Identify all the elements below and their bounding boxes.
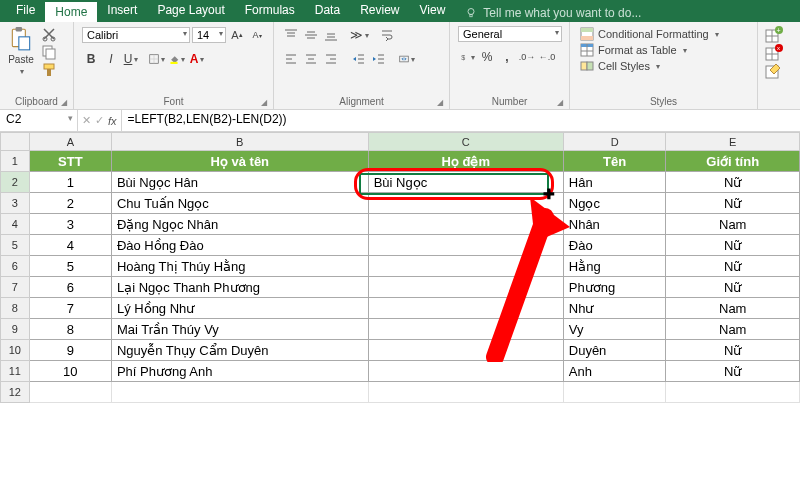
cell[interactable]: Phương xyxy=(563,277,666,298)
format-painter-icon[interactable] xyxy=(41,62,57,78)
cell[interactable]: Nữ xyxy=(666,340,800,361)
cell[interactable] xyxy=(368,340,563,361)
cell[interactable]: Họ và tên xyxy=(111,151,368,172)
cell[interactable] xyxy=(368,319,563,340)
cell[interactable] xyxy=(368,277,563,298)
cell[interactable]: Hân xyxy=(563,172,666,193)
accounting-format-button[interactable]: $▾ xyxy=(458,48,476,66)
cell[interactable] xyxy=(666,382,800,403)
cell[interactable]: Ngọc xyxy=(563,193,666,214)
cell[interactable]: Nữ xyxy=(666,193,800,214)
row-header-2[interactable]: 2 xyxy=(1,172,30,193)
cell[interactable]: Nam xyxy=(666,298,800,319)
cell[interactable]: Họ đệm xyxy=(368,151,563,172)
tab-insert[interactable]: Insert xyxy=(97,0,147,22)
cell[interactable]: Nữ xyxy=(666,277,800,298)
cell[interactable]: Nam xyxy=(666,319,800,340)
font-name-combo[interactable]: Calibri xyxy=(82,27,190,43)
col-header-b[interactable]: B xyxy=(111,133,368,151)
cell[interactable] xyxy=(111,382,368,403)
row-header-6[interactable]: 6 xyxy=(1,256,30,277)
cell[interactable] xyxy=(368,382,563,403)
font-size-combo[interactable]: 14 xyxy=(192,27,226,43)
row-header-10[interactable]: 10 xyxy=(1,340,30,361)
formula-input[interactable]: =LEFT(B2,LEN(B2)-LEN(D2)) xyxy=(122,110,800,131)
cell[interactable]: Nữ xyxy=(666,172,800,193)
cell[interactable]: Chu Tuấn Ngọc xyxy=(111,193,368,214)
align-center-icon[interactable] xyxy=(302,50,320,68)
select-all-corner[interactable] xyxy=(1,133,30,151)
enter-formula-icon[interactable]: ✓ xyxy=(95,114,104,127)
cell[interactable]: Đào xyxy=(563,235,666,256)
cell[interactable] xyxy=(368,361,563,382)
cell[interactable]: 4 xyxy=(29,235,111,256)
cell[interactable] xyxy=(368,214,563,235)
tab-review[interactable]: Review xyxy=(350,0,409,22)
font-color-button[interactable]: A▾ xyxy=(188,50,206,68)
fill-color-button[interactable]: ▾ xyxy=(168,50,186,68)
cell[interactable]: Nguyễn Thụy Cẩm Duyên xyxy=(111,340,368,361)
wrap-text-button[interactable] xyxy=(378,26,396,44)
increase-font-icon[interactable]: A▴ xyxy=(228,26,246,44)
align-bottom-icon[interactable] xyxy=(322,26,340,44)
cell[interactable]: Vy xyxy=(563,319,666,340)
cell[interactable]: Phí Phương Anh xyxy=(111,361,368,382)
cell[interactable]: Hằng xyxy=(563,256,666,277)
cell[interactable]: 10 xyxy=(29,361,111,382)
cell[interactable] xyxy=(29,382,111,403)
font-launcher[interactable]: ◢ xyxy=(261,98,267,107)
cell[interactable]: Nữ xyxy=(666,361,800,382)
cell[interactable] xyxy=(563,382,666,403)
fx-icon[interactable]: fx xyxy=(108,115,117,127)
cut-icon[interactable] xyxy=(41,26,57,42)
cell[interactable]: Đào Hồng Đào xyxy=(111,235,368,256)
percent-button[interactable]: % xyxy=(478,48,496,66)
alignment-launcher[interactable]: ◢ xyxy=(437,98,443,107)
orientation-button[interactable]: ≫▾ xyxy=(350,26,368,44)
increase-indent-icon[interactable] xyxy=(370,50,388,68)
align-middle-icon[interactable] xyxy=(302,26,320,44)
cell[interactable]: STT xyxy=(29,151,111,172)
increase-decimal-icon[interactable]: .0→ xyxy=(518,48,536,66)
cell[interactable]: Lại Ngọc Thanh Phương xyxy=(111,277,368,298)
cancel-formula-icon[interactable]: ✕ xyxy=(82,114,91,127)
name-box[interactable]: C2 xyxy=(0,110,78,131)
cell[interactable]: 8 xyxy=(29,319,111,340)
format-as-table-button[interactable]: Format as Table▾ xyxy=(576,42,691,58)
decrease-font-icon[interactable]: A▾ xyxy=(248,26,266,44)
row-header-5[interactable]: 5 xyxy=(1,235,30,256)
row-header-12[interactable]: 12 xyxy=(1,382,30,403)
row-header-9[interactable]: 9 xyxy=(1,319,30,340)
cell[interactable]: 2 xyxy=(29,193,111,214)
tab-data[interactable]: Data xyxy=(305,0,350,22)
cell[interactable]: Nữ xyxy=(666,256,800,277)
row-header-8[interactable]: 8 xyxy=(1,298,30,319)
tell-me-search[interactable]: Tell me what you want to do... xyxy=(455,0,800,22)
number-launcher[interactable]: ◢ xyxy=(557,98,563,107)
cell[interactable]: Hoàng Thị Thúy Hằng xyxy=(111,256,368,277)
cell[interactable]: Duyên xyxy=(563,340,666,361)
col-header-a[interactable]: A xyxy=(29,133,111,151)
tab-page-layout[interactable]: Page Layout xyxy=(147,0,234,22)
col-header-d[interactable]: D xyxy=(563,133,666,151)
copy-icon[interactable] xyxy=(41,44,57,60)
row-header-1[interactable]: 1 xyxy=(1,151,30,172)
row-header-11[interactable]: 11 xyxy=(1,361,30,382)
cell[interactable]: 3 xyxy=(29,214,111,235)
underline-button[interactable]: U▾ xyxy=(122,50,140,68)
conditional-formatting-button[interactable]: Conditional Formatting▾ xyxy=(576,26,723,42)
tab-file[interactable]: File xyxy=(6,0,45,22)
merge-center-button[interactable]: ▾ xyxy=(398,50,416,68)
tab-home[interactable]: Home xyxy=(45,0,97,22)
cell[interactable]: Nam xyxy=(666,214,800,235)
cell[interactable]: Lý Hồng Như xyxy=(111,298,368,319)
cell[interactable]: Bùi Ngọc Hân xyxy=(111,172,368,193)
cell[interactable]: Tên xyxy=(563,151,666,172)
cell[interactable]: Mai Trần Thúy Vy xyxy=(111,319,368,340)
tab-formulas[interactable]: Formulas xyxy=(235,0,305,22)
align-left-icon[interactable] xyxy=(282,50,300,68)
cell[interactable]: Như xyxy=(563,298,666,319)
decrease-indent-icon[interactable] xyxy=(350,50,368,68)
bold-button[interactable]: B xyxy=(82,50,100,68)
cell[interactable]: 7 xyxy=(29,298,111,319)
